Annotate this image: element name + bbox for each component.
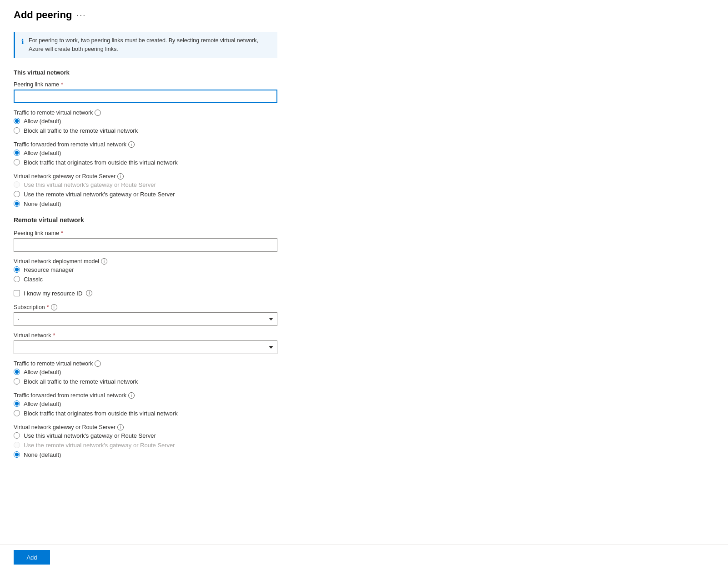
this-traffic-block-label: Block all traffic to the remote virtual … [24,127,138,134]
virtual-network-select[interactable] [14,340,277,354]
remote-traffic-allow-radio[interactable] [14,369,20,375]
info-banner-text: For peering to work, two peering links m… [29,36,271,54]
know-resource-id-checkbox-option[interactable]: I know my resource ID i [14,290,714,297]
this-peering-link-name-label: Peering link name * [14,81,714,88]
this-traffic-allow-option[interactable]: Allow (default) [14,118,714,125]
know-resource-id-checkbox[interactable] [14,290,20,296]
remote-forwarded-block-radio[interactable] [14,410,20,416]
page-title: Add peering [14,9,72,21]
remote-traffic-forwarded-info-icon[interactable]: i [128,392,135,399]
remote-gateway-none-option[interactable]: None (default) [14,451,714,458]
subscription-label: Subscription * i [14,304,714,310]
remote-traffic-forwarded-group: Traffic forwarded from remote virtual ne… [14,392,714,417]
remote-virtual-network-section-header: Remote virtual network [14,216,714,224]
this-traffic-to-remote-label: Traffic to remote virtual network i [14,110,714,116]
deployment-classic-radio[interactable] [14,276,20,282]
this-gateway-none-radio[interactable] [14,200,20,207]
this-gateway-use-this-radio[interactable] [14,181,20,188]
remote-required-indicator: * [61,230,63,236]
remote-forwarded-allow-option[interactable]: Allow (default) [14,400,714,407]
remote-gateway-none-label: None (default) [24,451,61,458]
remote-traffic-forwarded-radio-group: Allow (default) Block traffic that origi… [14,400,714,417]
deployment-model-info-icon[interactable]: i [101,258,107,265]
this-forwarded-block-label: Block traffic that originates from outsi… [24,159,178,166]
gateway-info-icon[interactable]: i [117,173,124,180]
remote-traffic-allow-option[interactable]: Allow (default) [14,369,714,375]
traffic-to-remote-info-icon[interactable]: i [95,110,101,116]
this-gateway-use-this-option[interactable]: Use this virtual network's gateway or Ro… [14,181,714,188]
remote-gateway-none-radio[interactable] [14,451,20,458]
this-forwarded-allow-radio[interactable] [14,150,20,156]
remote-traffic-block-label: Block all traffic to the remote virtual … [24,378,138,385]
this-forwarded-block-option[interactable]: Block traffic that originates from outsi… [14,159,714,166]
remote-gateway-use-this-label: Use this virtual network's gateway or Ro… [24,432,156,439]
remote-gateway-use-remote-label: Use the remote virtual network's gateway… [24,442,175,449]
remote-gateway-group: Virtual network gateway or Route Server … [14,424,714,458]
this-gateway-radio-group: Use this virtual network's gateway or Ro… [14,181,714,207]
virtual-network-group: Virtual network * [14,332,714,354]
this-gateway-use-remote-label: Use the remote virtual network's gateway… [24,191,175,198]
this-traffic-to-remote-radio-group: Allow (default) Block all traffic to the… [14,118,714,134]
this-peering-link-name-input[interactable] [14,90,277,103]
remote-forwarded-block-option[interactable]: Block traffic that originates from outsi… [14,410,714,417]
remote-gateway-radio-group: Use this virtual network's gateway or Ro… [14,432,714,458]
remote-forwarded-allow-label: Allow (default) [24,400,61,407]
deployment-model-group: Virtual network deployment model i Resou… [14,258,714,283]
remote-traffic-to-remote-label: Traffic to remote virtual network i [14,360,714,367]
remote-gateway-use-this-radio[interactable] [14,432,20,439]
this-traffic-block-option[interactable]: Block all traffic to the remote virtual … [14,127,714,134]
remote-traffic-forwarded-label: Traffic forwarded from remote virtual ne… [14,392,714,399]
deployment-resource-manager-option[interactable]: Resource manager [14,266,714,273]
traffic-forwarded-info-icon[interactable]: i [128,141,135,148]
this-traffic-to-remote-group: Traffic to remote virtual network i Allo… [14,110,714,134]
remote-traffic-to-remote-info-icon[interactable]: i [95,360,101,367]
this-traffic-forwarded-label: Traffic forwarded from remote virtual ne… [14,141,714,148]
remote-traffic-block-radio[interactable] [14,378,20,385]
remote-peering-link-name-label: Peering link name * [14,230,714,236]
this-gateway-label: Virtual network gateway or Route Server … [14,173,714,180]
resource-id-info-icon[interactable]: i [86,290,92,296]
this-traffic-block-radio[interactable] [14,127,20,134]
deployment-model-radio-group: Resource manager Classic [14,266,714,283]
deployment-model-label: Virtual network deployment model i [14,258,714,265]
this-gateway-none-option[interactable]: None (default) [14,200,714,207]
deployment-classic-option[interactable]: Classic [14,276,714,283]
this-traffic-allow-label: Allow (default) [24,118,61,125]
remote-traffic-to-remote-group: Traffic to remote virtual network i Allo… [14,360,714,385]
virtual-network-required-indicator: * [53,332,55,339]
this-traffic-allow-radio[interactable] [14,118,20,124]
this-forwarded-allow-label: Allow (default) [24,150,61,156]
remote-gateway-use-remote-option[interactable]: Use the remote virtual network's gateway… [14,442,714,449]
subscription-select[interactable]: · [14,312,277,326]
this-gateway-group: Virtual network gateway or Route Server … [14,173,714,207]
remote-gateway-info-icon[interactable]: i [117,424,124,430]
subscription-group: Subscription * i · [14,304,714,326]
remote-forwarded-allow-radio[interactable] [14,400,20,407]
this-gateway-none-label: None (default) [24,200,61,207]
deployment-resource-manager-label: Resource manager [24,266,74,273]
subscription-required-indicator: * [47,304,49,310]
subscription-select-wrapper: · [14,312,277,326]
this-gateway-use-remote-radio[interactable] [14,191,20,197]
this-peering-link-name-group: Peering link name * [14,81,714,103]
remote-traffic-block-option[interactable]: Block all traffic to the remote virtual … [14,378,714,385]
remote-traffic-to-remote-radio-group: Allow (default) Block all traffic to the… [14,369,714,385]
info-icon: ℹ [21,37,24,47]
required-indicator: * [61,81,63,88]
virtual-network-label: Virtual network * [14,332,714,339]
remote-peering-link-name-input[interactable] [14,238,277,252]
remote-peering-link-name-group: Peering link name * [14,230,714,252]
remote-traffic-allow-label: Allow (default) [24,369,61,375]
this-gateway-use-remote-option[interactable]: Use the remote virtual network's gateway… [14,191,714,198]
know-resource-id-label: I know my resource ID [24,290,82,297]
info-banner: ℹ For peering to work, two peering links… [14,32,277,58]
remote-gateway-use-this-option[interactable]: Use this virtual network's gateway or Ro… [14,432,714,439]
remote-gateway-use-remote-radio[interactable] [14,442,20,448]
this-traffic-forwarded-group: Traffic forwarded from remote virtual ne… [14,141,714,166]
this-forwarded-allow-option[interactable]: Allow (default) [14,150,714,156]
this-forwarded-block-radio[interactable] [14,159,20,165]
deployment-resource-manager-radio[interactable] [14,266,20,273]
ellipsis-menu-button[interactable]: ··· [76,10,86,20]
subscription-info-icon[interactable]: i [51,304,57,310]
this-gateway-use-this-label: Use this virtual network's gateway or Ro… [24,181,156,188]
